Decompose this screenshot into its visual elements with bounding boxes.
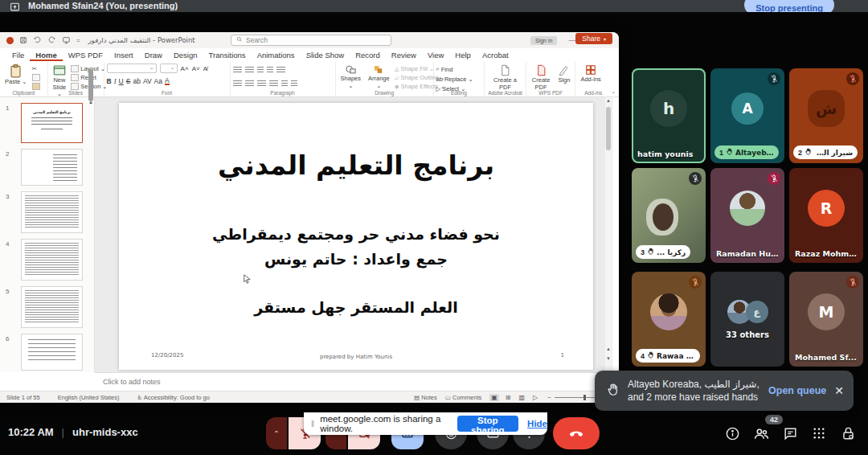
next-slide-icon[interactable]: ▼ — [605, 356, 612, 361]
hide-share-bar-link[interactable]: Hide — [527, 419, 547, 428]
font-style-button[interactable]: B — [107, 77, 112, 85]
collapse-ribbon-icon[interactable]: ⌄ — [611, 88, 616, 95]
participant-tile[interactable]: MMohamed Sf... — [789, 272, 863, 367]
slide-scrollbar[interactable]: ▲ ▲ ▼ — [605, 97, 612, 372]
ribbon-tab[interactable]: WPS PDF — [63, 49, 108, 61]
cut-icon[interactable]: ✂ — [32, 65, 40, 72]
bullets-icon[interactable] — [233, 67, 242, 74]
font-name-select[interactable] — [107, 64, 157, 73]
ribbon-tab[interactable]: Review — [386, 49, 422, 61]
redo-icon[interactable] — [47, 36, 56, 44]
stop-sharing-button[interactable]: Stop sharing — [457, 416, 518, 432]
sign-button[interactable]: Sign — [555, 64, 572, 85]
slide-thumbnail[interactable]: 5 — [0, 286, 83, 328]
line-spacing-icon[interactable] — [276, 67, 285, 74]
chat-icon[interactable] — [781, 424, 799, 442]
paste-button[interactable]: Paste ⌄ — [2, 64, 30, 87]
increase-indent-icon[interactable] — [267, 67, 273, 74]
text-direction-icon[interactable] — [291, 80, 297, 88]
font-style-button[interactable]: U — [119, 77, 124, 85]
create-pdf-button[interactable]: Create PDF — [529, 64, 554, 92]
zoom-out-icon[interactable]: − — [547, 394, 551, 401]
font-style-button[interactable]: Aa — [154, 77, 162, 85]
shrink-font-icon[interactable]: A˅ — [192, 65, 200, 72]
activities-grid-icon[interactable] — [810, 424, 828, 442]
ribbon-tab[interactable]: Transitions — [203, 49, 252, 61]
font-style-button[interactable]: S — [126, 77, 131, 85]
ribbon-tab[interactable]: Slide Show — [301, 49, 350, 61]
minimize-icon[interactable]: — — [568, 37, 575, 44]
ribbon-tab[interactable]: Acrobat — [477, 49, 514, 61]
participant-tile[interactable]: A1Altayeb K... — [710, 68, 784, 163]
ribbon-tab[interactable]: Record — [350, 49, 386, 61]
undo-icon[interactable] — [33, 36, 42, 44]
shapes-button[interactable]: Shapes ⌄ — [338, 64, 363, 90]
participant-tile[interactable]: 4Rawaa N... — [632, 272, 706, 367]
stop-presenting-button[interactable]: Stop presenting — [744, 0, 834, 12]
decrease-indent-icon[interactable] — [257, 67, 264, 74]
numbering-icon[interactable] — [245, 67, 254, 74]
slide-thumbnail[interactable]: 1 برنامج التعليم المدني — [0, 103, 83, 143]
align-left-icon[interactable] — [233, 80, 242, 88]
justify-icon[interactable] — [269, 80, 278, 88]
align-center-icon[interactable] — [245, 80, 254, 88]
slide[interactable]: برنامج التعليم المدني نحو فضاء مدني حر و… — [119, 103, 593, 370]
find-button[interactable]: ⌕ Find — [436, 65, 473, 73]
toast-close-icon[interactable]: ✕ — [834, 384, 844, 397]
participant-tile[interactable]: ع33 others — [710, 272, 784, 367]
slide-thumbnail[interactable]: 2 — [0, 149, 83, 186]
font-style-button[interactable]: I — [114, 77, 117, 85]
slide-thumbnail[interactable]: 4 — [0, 239, 83, 281]
ribbon-tab[interactable]: Draw — [139, 49, 168, 61]
ribbon-tab[interactable]: Design — [168, 49, 203, 61]
comments-toggle[interactable]: ▭ Comments — [445, 394, 481, 401]
accessibility-status[interactable]: ♿ Accessibility: Good to go — [137, 394, 210, 401]
notes-pane[interactable]: Click to add notes — [95, 372, 619, 391]
clear-format-icon[interactable]: A̸ — [203, 65, 207, 72]
format-painter-icon[interactable] — [32, 83, 40, 90]
drag-handle-icon[interactable]: ‖ — [311, 420, 314, 428]
replace-button[interactable]: ab Replace ⌄ — [436, 76, 473, 83]
info-icon[interactable] — [723, 424, 741, 442]
ppt-search-box[interactable]: Search — [231, 35, 391, 46]
font-size-select[interactable] — [160, 64, 178, 73]
grow-font-icon[interactable]: A˄ — [181, 65, 189, 72]
ribbon-tab[interactable]: File — [6, 49, 30, 61]
ribbon-tab[interactable]: Animations — [252, 49, 301, 61]
scroll-up-icon[interactable]: ▲ — [605, 98, 612, 103]
slide-thumbnail[interactable]: 6 — [0, 334, 83, 371]
ribbon-tab[interactable]: Help — [449, 49, 477, 61]
create-a-pdf-button[interactable]: Create a PDF — [487, 64, 523, 92]
columns-icon[interactable] — [281, 80, 288, 88]
participant-tile[interactable]: 3زكريا ... — [632, 168, 706, 263]
previous-slide-icon[interactable]: ▲ — [605, 346, 612, 351]
customize-toolbar-icon[interactable]: = — [76, 37, 80, 44]
save-icon[interactable] — [19, 36, 27, 44]
participant-tile[interactable]: ش2شيراز الطيب — [789, 68, 863, 163]
align-right-icon[interactable] — [257, 80, 266, 88]
arrange-button[interactable]: Arrange ⌄ — [366, 64, 392, 90]
normal-view-icon[interactable]: ▣ — [489, 394, 499, 401]
notes-toggle[interactable]: ▤ Notes — [414, 394, 437, 401]
ribbon-tab[interactable]: Home — [30, 49, 62, 61]
end-call-button[interactable] — [553, 417, 600, 449]
copy-icon[interactable] — [32, 74, 40, 81]
add-ins-button[interactable]: Add-ins — [578, 64, 603, 84]
font-style-button[interactable]: AV — [143, 77, 152, 85]
participant-tile[interactable]: Ramadan Hussein — [710, 168, 784, 263]
open-queue-link[interactable]: Open queue — [768, 385, 826, 396]
slideshow-icon[interactable] — [62, 36, 71, 44]
ribbon-tab[interactable]: Insert — [108, 49, 139, 61]
font-style-button[interactable]: ab — [133, 77, 140, 85]
reading-view-icon[interactable]: ▥ — [518, 394, 527, 401]
participant-tile[interactable]: hhatim younis — [632, 68, 706, 163]
slideshow-view-icon[interactable]: ▷ — [531, 394, 539, 401]
host-controls-lock-icon[interactable] — [839, 424, 857, 442]
ribbon-tab[interactable]: View — [422, 49, 449, 61]
slide-sorter-view-icon[interactable]: ⊞ — [504, 394, 513, 401]
mic-options-chevron[interactable]: ⌃ — [266, 417, 287, 449]
language-status[interactable]: English (United States) — [58, 394, 120, 401]
slide-thumbnail[interactable]: 3 — [0, 191, 83, 233]
thumbnail-scrollbar[interactable] — [88, 69, 93, 101]
share-button[interactable]: Share▾ — [575, 33, 612, 44]
